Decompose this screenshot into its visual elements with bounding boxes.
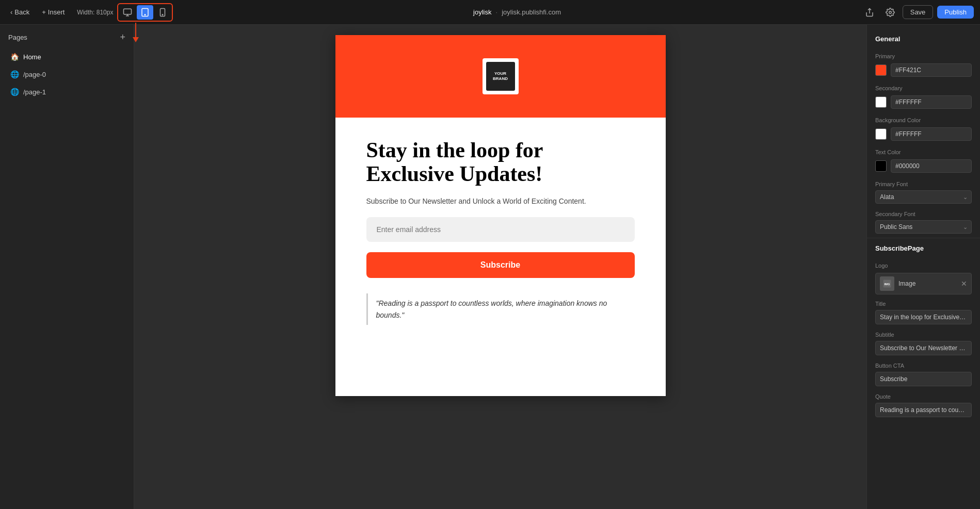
device-controls-wrapper — [117, 3, 173, 22]
svg-point-8 — [889, 11, 891, 13]
subtitle-field-label: Subtitle — [867, 327, 980, 340]
primary-color-field — [867, 61, 980, 79]
insert-button[interactable]: + Insert — [38, 6, 69, 18]
add-page-button[interactable]: + — [120, 32, 125, 43]
primary-label: Primary — [867, 49, 980, 61]
width-indicator: Width: 810px — [77, 9, 113, 16]
text-color-input[interactable] — [891, 159, 972, 173]
brand-logo: YOURBRAND — [483, 58, 519, 94]
svg-text:IMG: IMG — [884, 283, 890, 286]
topbar-center: joylisk · joylisk.publishfi.com — [177, 8, 857, 16]
secondary-label: Secondary — [867, 81, 980, 93]
home-icon: 🏠 — [10, 53, 19, 61]
insert-label: Insert — [48, 8, 65, 16]
logo-field: IMG Image ✕ — [875, 273, 972, 294]
logo-thumbnail: IMG — [880, 276, 894, 291]
sidebar-page-name: Home — [23, 53, 113, 61]
sidebar-item-home[interactable]: 🏠 Home ··· — [2, 48, 132, 65]
subscribe-button[interactable]: Subscribe — [366, 252, 635, 278]
general-section-title: General — [867, 33, 980, 49]
preview-content: Stay in the loop for Exclusive Updates! … — [335, 118, 666, 346]
sidebar-page-name: /page-0 — [23, 71, 113, 78]
title-field-value[interactable]: Stay in the loop for Exclusive Updat — [875, 310, 972, 324]
main-layout: Pages + 🏠 Home ··· 🌐 /page-0 ··· 🌐 /page… — [0, 25, 980, 509]
preview-quote: "Reading is a passport to countless worl… — [366, 293, 635, 325]
primary-color-swatch[interactable] — [875, 64, 887, 76]
back-label: Back — [14, 8, 29, 16]
back-icon: ‹ — [10, 8, 12, 16]
topbar: ‹ Back + Insert Width: 810px — [0, 0, 980, 25]
pages-label: Pages — [8, 34, 27, 41]
bg-color-field — [867, 125, 980, 143]
preview-hero: YOURBRAND — [335, 35, 666, 118]
secondary-color-swatch[interactable] — [875, 96, 887, 108]
text-color-label: Text Color — [867, 145, 980, 157]
settings-button[interactable] — [882, 4, 898, 21]
site-name: joylisk — [473, 8, 491, 16]
separator: · — [496, 8, 498, 16]
text-color-swatch[interactable] — [875, 160, 887, 172]
svg-point-4 — [145, 14, 146, 15]
back-button[interactable]: ‹ Back — [6, 6, 34, 18]
preview-title: Stay in the loop for Exclusive Updates! — [366, 138, 635, 186]
subtitle-field-value[interactable]: Subscribe to Our Newsletter and Un — [875, 341, 972, 355]
share-button[interactable] — [861, 4, 878, 21]
save-button[interactable]: Save — [903, 5, 934, 19]
sidebar-item-page-0[interactable]: 🌐 /page-0 ··· — [2, 65, 132, 83]
globe-icon: 🌐 — [10, 70, 19, 78]
quote-field-value[interactable]: Reading is a passport to countless w — [875, 403, 972, 417]
sidebar-item-page-1[interactable]: 🌐 /page-1 ··· — [2, 83, 132, 101]
text-color-field — [867, 157, 980, 175]
preview-subtitle: Subscribe to Our Newsletter and Unlock a… — [366, 196, 635, 207]
button-cta-value[interactable]: Subscribe — [875, 372, 972, 386]
logo-remove-button[interactable]: ✕ — [961, 280, 967, 288]
secondary-font-wrapper: Public Sans Open Sans Roboto — [875, 220, 972, 234]
mobile-btn[interactable] — [154, 5, 171, 20]
sidebar-header: Pages + — [0, 25, 134, 48]
sidebar: Pages + 🏠 Home ··· 🌐 /page-0 ··· 🌐 /page… — [0, 25, 134, 509]
site-url: joylisk.publishfi.com — [502, 8, 561, 16]
device-controls — [117, 3, 173, 22]
primary-color-input[interactable] — [891, 63, 972, 77]
tablet-btn[interactable] — [137, 5, 153, 20]
subscribe-section-title: SubscribePage — [867, 242, 980, 258]
topbar-right: Save Publish — [861, 4, 974, 21]
svg-rect-0 — [124, 9, 132, 14]
primary-font-label: Primary Font — [867, 177, 980, 189]
publish-button[interactable]: Publish — [937, 6, 974, 19]
logo-label: Logo — [867, 258, 980, 271]
button-cta-label: Button CTA — [867, 358, 980, 371]
primary-font-select[interactable]: Alata Georgia Arial — [875, 190, 972, 204]
right-panel: General Primary Secondary Background Col… — [866, 25, 980, 509]
panel-divider — [867, 238, 980, 238]
bg-color-swatch[interactable] — [875, 128, 887, 140]
bg-color-input[interactable] — [891, 127, 972, 141]
sidebar-page-name: /page-1 — [23, 88, 113, 96]
primary-font-wrapper: Alata Georgia Arial — [875, 190, 972, 204]
logo-image-label: Image — [898, 280, 957, 287]
svg-point-6 — [163, 14, 164, 15]
secondary-font-select[interactable]: Public Sans Open Sans Roboto — [875, 220, 972, 234]
title-field-label: Title — [867, 297, 980, 309]
globe-icon: 🌐 — [10, 88, 19, 96]
secondary-font-label: Secondary Font — [867, 207, 980, 219]
quote-field-label: Quote — [867, 389, 980, 402]
brand-logo-inner: YOURBRAND — [486, 62, 515, 91]
page-preview: YOURBRAND Stay in the loop for Exclusive… — [335, 35, 666, 396]
email-input[interactable] — [366, 217, 635, 242]
topbar-left: ‹ Back + Insert Width: 810px — [6, 3, 173, 22]
secondary-color-field — [867, 93, 980, 111]
secondary-color-input[interactable] — [891, 95, 972, 109]
desktop-btn[interactable] — [119, 5, 136, 20]
canvas-area[interactable]: YOURBRAND Stay in the loop for Exclusive… — [134, 25, 866, 509]
bg-color-label: Background Color — [867, 113, 980, 125]
plus-icon: + — [42, 8, 46, 16]
